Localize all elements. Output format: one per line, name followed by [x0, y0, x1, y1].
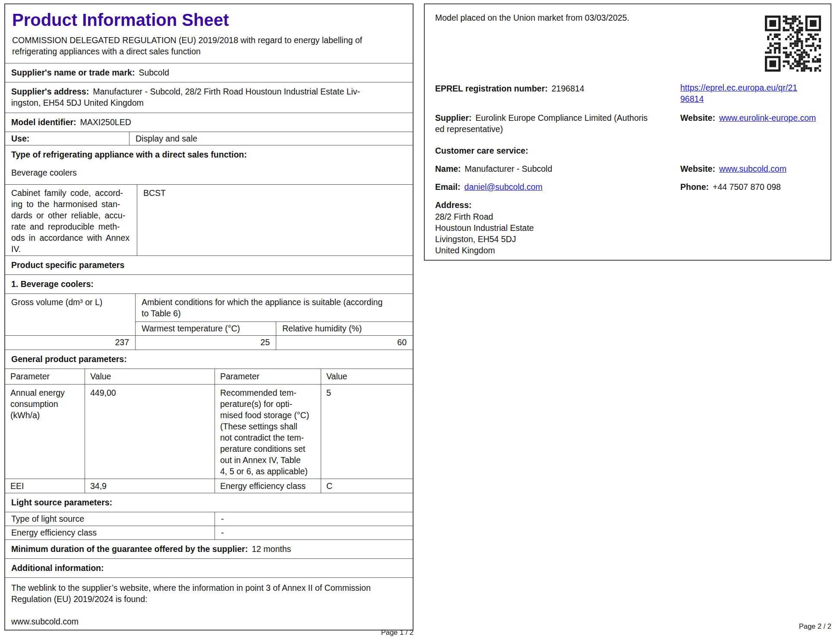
regulation-subtitle: COMMISSION DELEGATED REGULATION (EU) 201…	[12, 35, 406, 57]
eei-label: EEI	[5, 479, 85, 493]
gross-volume-value: 237	[5, 336, 136, 350]
supplier-name-row: Supplier's name or trade mark:Subcold	[5, 63, 413, 82]
customer-care-phone-row: Phone:+44 7507 870 098	[680, 181, 781, 192]
appliance-type-value: Beverage coolers	[11, 167, 407, 178]
light-source-parameters-heading: Light source parameters:	[5, 493, 413, 512]
eei-value: 34,9	[85, 479, 215, 493]
customer-care-website-row: Website:www.subcold.com	[680, 163, 786, 174]
eprel-qr-link[interactable]: https://eprel.ec.europa.eu/qr/21 96814	[680, 82, 818, 104]
col-header-parameter-1: Parameter	[5, 369, 85, 384]
customer-care-heading: Customer care service:	[435, 145, 528, 156]
guarantee-value: 12 months	[252, 544, 291, 554]
annual-energy-consumption-label: Annual energy consumption (kWh/a)	[5, 385, 85, 479]
relative-humidity-header: Relative humidity (%)	[276, 322, 413, 335]
col-header-value-1: Value	[85, 369, 215, 384]
guarantee-row: Minimum duration of the guarantee offere…	[5, 539, 413, 558]
customer-care-website-link[interactable]: www.subcold.com	[719, 164, 786, 173]
beverage-coolers-table: Gross volume (dm³ or L) Ambient conditio…	[5, 293, 413, 350]
use-row: Use: Display and sale	[5, 132, 413, 145]
warmest-temperature-header: Warmest temperature (°C)	[136, 322, 276, 335]
relative-humidity-value: 60	[276, 336, 413, 350]
eprel-registration-row: EPREL registration number:2196814	[435, 83, 584, 94]
representative-website-label: Website:	[680, 113, 715, 123]
light-efficiency-class-row: Energy efficiency class -	[5, 526, 413, 539]
model-identifier-value: MAXI250LED	[80, 117, 131, 127]
qr-code	[765, 16, 821, 72]
representative-website-link[interactable]: www.eurolink-europe.com	[719, 113, 816, 123]
customer-care-website-label: Website:	[680, 164, 715, 173]
beverage-coolers-heading: 1. Beverage coolers:	[5, 274, 413, 293]
eprel-registration-label: EPREL registration number:	[435, 84, 548, 93]
customer-care-name-value: Manufacturer - Subcold	[465, 164, 553, 173]
eprel-registration-value: 2196814	[552, 84, 584, 93]
eei-row: EEI 34,9 Energy efficiency class C	[5, 479, 413, 493]
product-specific-parameters-heading: Product specific parameters	[5, 255, 413, 274]
page2-number: Page 2 / 2	[424, 621, 831, 632]
ambient-conditions-header: Ambient conditions for which the applian…	[136, 294, 413, 322]
light-efficiency-class-label: Energy efficiency class	[5, 526, 215, 539]
cabinet-family-code-row: Cabinet family code, accord- ing to the …	[5, 184, 413, 255]
energy-efficiency-class-label: Energy efficiency class	[215, 479, 321, 493]
gross-volume-header: Gross volume (dm³ or L)	[5, 294, 136, 335]
customer-care-email-row: Email:daniel@subcold.com	[435, 181, 543, 192]
recommended-temperature-value: 5	[321, 385, 413, 479]
col-header-parameter-2: Parameter	[215, 369, 321, 384]
customer-care-email-label: Email:	[435, 182, 461, 192]
energy-consumption-row: Annual energy consumption (kWh/a) 449,00…	[5, 384, 413, 479]
model-identifier-row: Model identifier:MAXI250LED	[5, 113, 413, 132]
customer-care-name-row: Name:Manufacturer - Subcold	[435, 163, 552, 174]
energy-efficiency-class-value: C	[321, 479, 413, 493]
customer-care-address-label: Address:	[435, 199, 534, 211]
product-info-sheet-page2: Model placed on the Union market from 03…	[424, 3, 831, 261]
light-source-type-row: Type of light source -	[5, 512, 413, 526]
representative-website-row: Website:www.eurolink-europe.com	[680, 112, 816, 123]
annual-energy-consumption-value: 449,00	[85, 385, 215, 479]
parameters-header-row: Parameter Value Parameter Value	[5, 369, 413, 384]
warmest-temperature-value: 25	[136, 336, 276, 350]
authorised-representative-row: Supplier:Eurolink Europe Compliance Limi…	[435, 112, 673, 135]
appliance-type-row: Type of refrigerating appliance with a d…	[5, 145, 413, 184]
page-title: Product Information Sheet	[12, 9, 406, 30]
light-source-type-value: -	[215, 512, 413, 526]
supplier-website-text: www.subcold.com	[11, 616, 407, 627]
supplier-name-value: Subcold	[139, 68, 169, 77]
customer-care-phone-value: +44 7507 870 098	[713, 182, 781, 192]
appliance-type-heading: Type of refrigerating appliance with a d…	[11, 149, 407, 160]
customer-care-address-block: Address: 28/2 Firth Road Houstoun Indust…	[435, 199, 534, 256]
supplier-name-label: Supplier's name or trade mark:	[11, 68, 135, 77]
weblink-description: The weblink to the supplier’s website, w…	[11, 582, 407, 605]
general-parameters-table: Parameter Value Parameter Value Annual e…	[5, 369, 413, 493]
recommended-temperature-label: Recommended tem- perature(s) for opti- m…	[215, 385, 321, 479]
cabinet-family-code-label: Cabinet family code, accord- ing to the …	[5, 185, 137, 255]
supplier-address-row: Supplier's address:Manufacturer - Subcol…	[5, 82, 413, 113]
use-label: Use:	[5, 132, 129, 145]
customer-care-phone-label: Phone:	[680, 182, 709, 192]
light-source-type-label: Type of light source	[5, 512, 215, 526]
title-section: Product Information Sheet COMMISSION DEL…	[5, 4, 413, 63]
supplier-label: Supplier:	[435, 113, 472, 123]
customer-care-email-link[interactable]: daniel@subcold.com	[464, 182, 543, 192]
guarantee-label: Minimum duration of the guarantee offere…	[11, 544, 248, 554]
light-efficiency-class-value: -	[215, 526, 413, 539]
use-value: Display and sale	[129, 132, 413, 145]
weblink-section: The weblink to the supplier’s website, w…	[5, 577, 413, 630]
customer-care-address-lines: 28/2 Firth Road Houstoun Industrial Esta…	[435, 211, 534, 256]
beverage-coolers-data-row: 237 25 60	[5, 335, 413, 350]
col-header-value-2: Value	[321, 369, 413, 384]
general-parameters-heading: General product parameters:	[5, 350, 413, 369]
cabinet-family-code-value: BCST	[137, 185, 413, 255]
model-identifier-label: Model identifier:	[11, 117, 76, 127]
supplier-address-label: Supplier's address:	[11, 87, 89, 96]
customer-care-name-label: Name:	[435, 164, 461, 173]
product-info-sheet-page1: Product Information Sheet COMMISSION DEL…	[4, 3, 414, 631]
page1-number: Page 1 / 2	[4, 627, 414, 638]
market-placement-note: Model placed on the Union market from 03…	[435, 12, 629, 23]
additional-information-heading: Additional information:	[5, 558, 413, 577]
